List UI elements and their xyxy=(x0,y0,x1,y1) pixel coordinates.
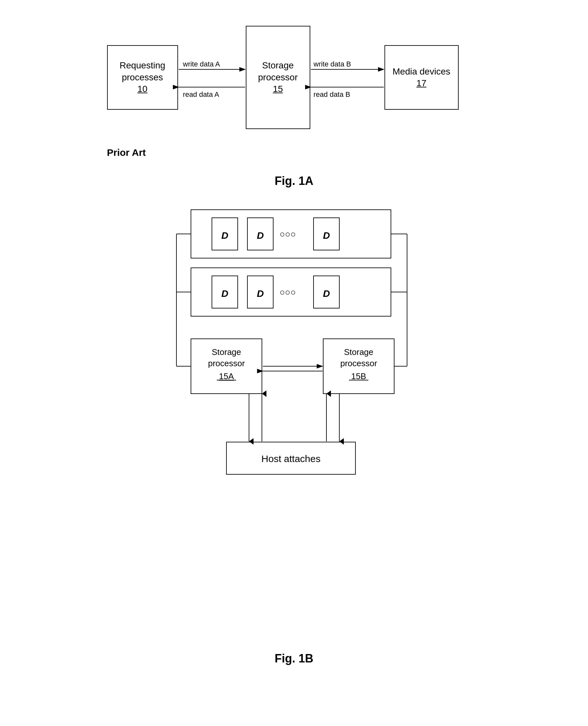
svg-text:15A: 15A xyxy=(219,371,234,381)
page-container: Requesting processes 10 Storage processo… xyxy=(0,0,588,726)
storage-line2: processor xyxy=(258,71,298,83)
svg-text:Storage: Storage xyxy=(344,347,373,357)
svg-text:15B: 15B xyxy=(351,371,366,381)
fig1b-diagram: D D ○○○ D D D ○○○ D Storage pr xyxy=(149,200,439,620)
fig1a-diagram: Requesting processes 10 Storage processo… xyxy=(101,19,488,142)
svg-text:write data B: write data B xyxy=(313,60,351,68)
svg-text:D: D xyxy=(323,288,330,299)
fig1b-title: Fig. 1B xyxy=(274,652,313,665)
svg-text:write data A: write data A xyxy=(183,60,220,68)
svg-text:D: D xyxy=(257,288,264,299)
requesting-number: 10 xyxy=(138,83,147,95)
svg-text:Host attaches: Host attaches xyxy=(261,453,320,464)
svg-text:processor: processor xyxy=(340,358,377,368)
storage-processor-box: Storage processor 15 xyxy=(246,26,310,129)
fig1b-section: D D ○○○ D D D ○○○ D Storage pr xyxy=(0,200,588,620)
requesting-line1: Requesting xyxy=(120,60,166,71)
svg-text:read data B: read data B xyxy=(314,90,350,98)
fig1a-caption: Fig. 1A xyxy=(0,174,588,188)
svg-text:processor: processor xyxy=(208,358,245,368)
svg-text:D: D xyxy=(323,230,330,241)
svg-text:read data A: read data A xyxy=(183,90,219,98)
svg-text:○○○: ○○○ xyxy=(279,287,296,297)
prior-art-label: Prior Art xyxy=(107,147,146,158)
svg-text:Storage: Storage xyxy=(212,347,241,357)
media-line1: Media devices xyxy=(393,66,450,78)
svg-text:○○○: ○○○ xyxy=(279,229,296,239)
svg-text:D: D xyxy=(221,230,228,241)
requesting-line2: processes xyxy=(122,71,163,83)
fig1b-caption: Fig. 1B xyxy=(0,652,588,665)
media-devices-box: Media devices 17 xyxy=(384,45,459,110)
svg-text:D: D xyxy=(257,230,264,241)
fig1b-svg: D D ○○○ D D D ○○○ D Storage pr xyxy=(149,200,439,620)
requesting-processes-box: Requesting processes 10 xyxy=(107,45,178,110)
storage-number: 15 xyxy=(273,83,283,95)
storage-line1: Storage xyxy=(262,60,294,71)
svg-text:D: D xyxy=(221,288,228,299)
fig1a-section: Requesting processes 10 Storage processo… xyxy=(0,19,588,142)
media-number: 17 xyxy=(416,78,426,89)
fig1a-title: Fig. 1A xyxy=(274,174,313,187)
